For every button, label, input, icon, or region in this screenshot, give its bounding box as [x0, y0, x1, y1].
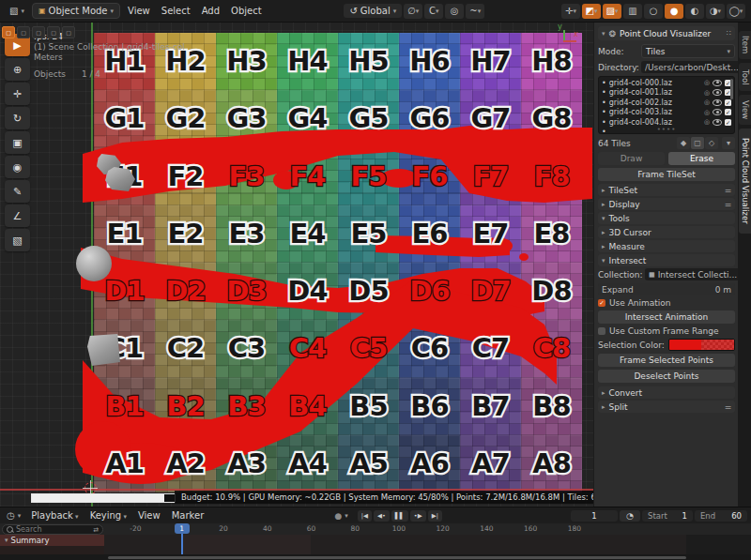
draw-button[interactable]: Draw — [598, 152, 665, 165]
section-tools[interactable]: ▾Tools — [598, 212, 735, 224]
summary-channel[interactable]: ▾ Summary — [0, 535, 104, 546]
overlays-icon[interactable]: ◩▾ — [582, 4, 601, 19]
enabled-checkbox[interactable]: ✓ — [725, 99, 731, 106]
tile-D6[interactable] — [399, 263, 460, 320]
toggle-xray-box-icon[interactable]: ▥ — [623, 4, 642, 19]
snap-magnet-icon[interactable]: C▾ — [424, 4, 443, 19]
tile-H7[interactable] — [460, 33, 521, 90]
tile-D7[interactable] — [460, 263, 521, 320]
jump-to-end-button[interactable]: ▶| — [428, 510, 442, 522]
shading-rendered-icon[interactable]: ◑▾ — [706, 4, 725, 19]
sidebar-tab-view[interactable]: View — [739, 95, 751, 125]
use-animation-checkbox[interactable]: ✓ — [598, 299, 605, 307]
tile-F8[interactable] — [521, 148, 582, 205]
proportional-editing-icon[interactable]: ◎ — [445, 4, 464, 19]
editor-type-dropdown[interactable]: ▧ ▾ — [4, 4, 30, 18]
menu-object[interactable]: Object — [225, 4, 268, 18]
visibility-eye-icon[interactable] — [713, 109, 722, 115]
frame-end-field[interactable]: End 60 — [695, 510, 747, 522]
sidebar-tab-item[interactable]: Item — [739, 31, 751, 59]
viewport-overlay-icon[interactable]: ◯▾ — [727, 4, 745, 19]
erase-button[interactable]: Erase — [668, 152, 735, 165]
file-row[interactable]: •grid4-col-002.laz◎✓ — [599, 98, 734, 108]
list-options-dropdown[interactable]: ▾ — [722, 137, 735, 149]
tile-D5[interactable] — [338, 263, 399, 320]
tile-C7[interactable] — [460, 320, 521, 377]
tile-C4[interactable] — [277, 320, 338, 377]
file-row[interactable]: •grid4-col-000.laz◎✓ — [599, 78, 734, 88]
tool-annotate[interactable]: ✎ — [5, 180, 30, 203]
tile-cursor-icon[interactable]: ◎ — [704, 89, 710, 97]
auto-keying-toggle[interactable]: ● ▾ — [332, 511, 349, 521]
tile-C8[interactable] — [521, 320, 582, 377]
tile-cursor-icon[interactable]: ◎ — [704, 109, 710, 116]
tool-cursor[interactable]: ⊕ — [5, 58, 30, 81]
deselect-points-button[interactable]: Deselect Points — [598, 370, 735, 383]
select-mode-icon-4[interactable]: ▢ — [62, 26, 75, 38]
tile-C3[interactable] — [216, 320, 277, 377]
tool-rotate[interactable]: ↻ — [5, 107, 30, 129]
tile-A4[interactable] — [277, 435, 338, 492]
tile-A7[interactable] — [460, 435, 521, 492]
frame-start-field[interactable]: Start 1 — [642, 510, 693, 522]
visibility-eye-icon[interactable] — [713, 99, 722, 106]
timeline-menu-playback[interactable]: Playback ▾ — [25, 508, 84, 522]
tile-H4[interactable] — [277, 33, 338, 90]
tool-move[interactable]: ✛ — [5, 83, 30, 105]
select-mode-icon-0[interactable]: ▢ — [2, 26, 15, 38]
enabled-checkbox[interactable]: ✓ — [725, 119, 731, 126]
tile-B7[interactable] — [460, 378, 521, 435]
tile-A2[interactable] — [155, 435, 216, 492]
tile-E7[interactable] — [460, 205, 521, 263]
tile-F3[interactable] — [216, 148, 277, 205]
tile-E2[interactable] — [155, 205, 216, 263]
search-input[interactable]: Search ⇄ — [2, 524, 103, 535]
file-row[interactable]: •grid4-col-003.laz◎✓ — [599, 108, 734, 118]
use-preview-range-button[interactable]: ◔ — [620, 510, 640, 522]
tile-E8[interactable] — [521, 205, 582, 263]
shading-wireframe-icon[interactable]: ○ — [644, 4, 663, 19]
frame-tileset-button[interactable]: Frame TileSet — [598, 168, 735, 181]
tile-A1[interactable] — [94, 435, 155, 492]
visibility-eye-icon[interactable] — [713, 89, 722, 96]
tile-cursor-icon[interactable]: ◎ — [704, 79, 710, 86]
tile-D8[interactable] — [521, 263, 582, 320]
timeline-editor-type-dropdown[interactable]: ◷ ▾ — [4, 510, 23, 521]
tile-F5[interactable] — [338, 148, 399, 205]
directory-input[interactable]: /Users/carbon/Deskt... — [641, 61, 743, 73]
tool-measure[interactable]: ∠ — [5, 204, 30, 227]
cursor-select-icon[interactable]: ◆ — [677, 137, 690, 149]
timeline-tracks[interactable]: ▾ Summary — [0, 535, 751, 554]
tile-G6[interactable] — [399, 90, 460, 147]
tile-A3[interactable] — [216, 435, 277, 492]
tool-transform[interactable]: ◉ — [5, 156, 30, 178]
preset-sliders-icon[interactable]: ⚌ — [725, 200, 731, 208]
tile-H5[interactable] — [338, 33, 399, 90]
mode-select[interactable]: Tiles ▾ — [641, 44, 735, 58]
tile-E5[interactable] — [338, 205, 399, 263]
visibility-eye-icon[interactable] — [713, 119, 722, 126]
tile-B4[interactable] — [277, 378, 338, 435]
mode-dropdown[interactable]: ▣ Object Mode ▾ — [32, 3, 120, 19]
point-cloud-tile-grid[interactable] — [94, 33, 582, 492]
tile-G8[interactable] — [521, 90, 582, 147]
visibility-eye-icon[interactable] — [713, 80, 722, 86]
tile-G4[interactable] — [277, 90, 338, 147]
select-mode-icon-3[interactable]: ▢ — [47, 26, 60, 38]
expand-slider[interactable]: Expand 0 m — [598, 283, 735, 295]
collection-field[interactable]: ▦ Intersect Collecti... × — [645, 268, 751, 280]
tile-G1[interactable] — [94, 90, 155, 147]
timeline-menu-view[interactable]: View — [132, 508, 166, 522]
tile-F7[interactable] — [460, 148, 521, 205]
marquee-select-icon[interactable]: ▢ — [691, 137, 704, 149]
xray-icon[interactable]: ▨▾ — [603, 4, 621, 19]
axes-gizmo[interactable]: y x — [557, 25, 579, 46]
filter-icon[interactable]: ⇄ — [93, 526, 99, 534]
tile-E6[interactable] — [399, 205, 460, 263]
cube-mesh-object[interactable] — [87, 334, 120, 366]
tile-B2[interactable] — [155, 378, 216, 435]
section-convert[interactable]: ▸Convert — [598, 386, 735, 399]
shading-material-icon[interactable]: ◐ — [685, 4, 704, 19]
next-keyframe-button[interactable]: •▶ — [410, 510, 426, 522]
tile-A6[interactable] — [399, 435, 460, 492]
